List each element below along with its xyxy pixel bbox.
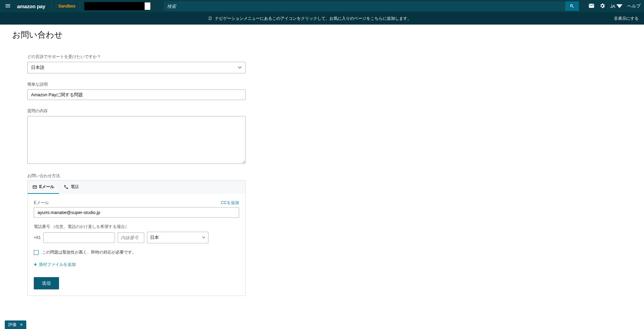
- phone-icon: [64, 185, 69, 189]
- bookmark-icon: [208, 16, 212, 21]
- logo[interactable]: amazon pay: [15, 3, 47, 9]
- search-wrap: [164, 1, 579, 11]
- divider: [80, 3, 80, 10]
- language-code: JA: [610, 4, 615, 9]
- account-selector[interactable]: [84, 2, 151, 10]
- chevron-down-icon: [202, 236, 205, 239]
- mail-icon[interactable]: [588, 3, 595, 10]
- contact-method-tabs: Eメール 電話 Eメール CCを追加 電話番号 （任意。電話のかけ直しを希望する…: [27, 180, 246, 296]
- description-field: 簡単な説明: [27, 82, 273, 100]
- hamburger-menu-icon[interactable]: [3, 1, 12, 11]
- gear-icon[interactable]: [599, 3, 605, 10]
- header-bar: amazon pay Sandbox JA ヘルプ: [0, 0, 644, 12]
- contact-method-label: お問い合わせ方法: [27, 173, 273, 179]
- email-field-label: Eメール: [34, 200, 49, 206]
- add-attachment-link[interactable]: + 添付ファイルを追加: [34, 261, 239, 268]
- notice-content: ナビゲーションメニューにあるこのアイコンをクリックして、お気に入りのページをこち…: [5, 16, 614, 22]
- search-input[interactable]: [164, 1, 565, 11]
- page-content: お問い合わせ どの言語でサポートを受けたいですか？ 日本語 簡単な説明 質問の内…: [0, 25, 644, 316]
- urgent-checkbox[interactable]: [34, 250, 39, 255]
- tab-phone[interactable]: 電話: [59, 181, 84, 194]
- phone-number-input[interactable]: [43, 232, 115, 243]
- notice-hide-button[interactable]: 非表示にする: [614, 16, 639, 22]
- language-selector[interactable]: JA: [610, 3, 623, 9]
- language-field: どの言語でサポートを受けたいですか？ 日本語: [27, 54, 273, 73]
- urgent-checkbox-row: この問題は緊急性が高く、即時の対応が必要です。: [34, 249, 239, 255]
- tab-header: Eメール 電話: [28, 180, 245, 194]
- email-icon: [32, 185, 37, 189]
- caret-down-icon: [616, 3, 623, 9]
- search-icon: [570, 4, 574, 9]
- language-value: 日本語: [31, 65, 44, 71]
- divider: [52, 3, 52, 10]
- sandbox-badge: Sandbox: [56, 4, 76, 9]
- help-link[interactable]: ヘルプ: [627, 3, 641, 9]
- plus-icon: +: [34, 261, 37, 268]
- add-cc-link[interactable]: CCを追加: [221, 200, 239, 206]
- attach-label: 添付ファイルを追加: [39, 262, 76, 268]
- country-code-prefix: +81: [34, 235, 41, 240]
- contact-form: どの言語でサポートを受けたいですか？ 日本語 簡単な説明 質問の内容 お問い合わ…: [27, 54, 273, 296]
- email-input[interactable]: [34, 207, 239, 218]
- submit-button[interactable]: 送信: [34, 277, 59, 289]
- country-value: 日本: [150, 234, 159, 241]
- notice-text: ナビゲーションメニューにあるこのアイコンをクリックして、お気に入りのページをこち…: [215, 16, 411, 22]
- language-label: どの言語でサポートを受けたいですか？: [27, 54, 273, 60]
- search-button[interactable]: [565, 1, 579, 11]
- notice-bar: ナビゲーションメニューにあるこのアイコンをクリックして、お気に入りのページをこち…: [0, 12, 644, 25]
- description-label: 簡単な説明: [27, 82, 273, 87]
- header-right: JA ヘルプ: [588, 3, 641, 10]
- question-textarea[interactable]: [27, 116, 246, 164]
- phone-row: +81 日本: [34, 232, 239, 243]
- tab-phone-label: 電話: [71, 184, 79, 190]
- email-label-row: Eメール CCを追加: [34, 200, 239, 206]
- country-select[interactable]: 日本: [147, 232, 208, 243]
- tab-email[interactable]: Eメール: [28, 181, 59, 194]
- logo-text: amazon pay: [17, 3, 45, 9]
- chevron-down-icon: [238, 66, 242, 70]
- description-input[interactable]: [27, 89, 246, 100]
- tab-email-label: Eメール: [39, 184, 54, 190]
- question-label: 質問の内容: [27, 108, 273, 114]
- phone-field-label: 電話番号 （任意。電話のかけ直しを希望する場合）: [34, 224, 239, 230]
- urgent-checkbox-label: この問題は緊急性が高く、即時の対応が必要です。: [42, 249, 136, 255]
- extension-input[interactable]: [118, 232, 144, 243]
- tab-body: Eメール CCを追加 電話番号 （任意。電話のかけ直しを希望する場合） +81 …: [28, 194, 245, 296]
- page-title: お問い合わせ: [12, 29, 632, 40]
- question-field: 質問の内容: [27, 108, 273, 165]
- language-select[interactable]: 日本語: [27, 62, 246, 73]
- account-inner: [145, 2, 150, 10]
